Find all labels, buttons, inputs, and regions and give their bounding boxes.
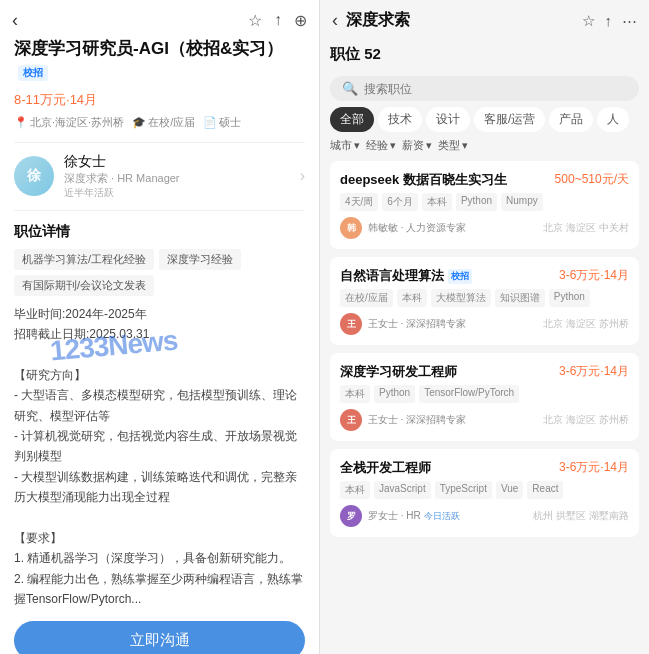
job-card-3[interactable]: 深度学习研发工程师 3-6万元·14月 本科 Python TensorFlow… — [330, 353, 639, 441]
right-back-button[interactable]: ‹ — [332, 10, 338, 31]
share-icon[interactable]: ↑ — [274, 11, 282, 30]
city-dropdown[interactable]: 城市 ▾ — [330, 138, 360, 153]
job-card-2[interactable]: 自然语言处理算法 校招 3-6万元·14月 在校/应届 本科 大模型算法 知识图… — [330, 257, 639, 345]
job-3-tags: 本科 Python TensorFlow/PyTorch — [340, 385, 629, 403]
tab-product[interactable]: 产品 — [549, 107, 593, 132]
recruiter-info-3: 王女士 · 深深招聘专家 北京 海淀区 苏州桥 — [368, 413, 629, 427]
hr-title: 深度求索 · HR Manager — [64, 171, 290, 186]
left-content: 深度学习研究员-AGI（校招&实习） 校招 8-11万元·14月 📍 北京·海淀… — [0, 37, 319, 654]
job-4-footer: 罗 罗女士 · HR 今日活跃 杭州 拱墅区 湖墅南路 — [340, 505, 629, 527]
school-badge: 校招 — [18, 65, 48, 81]
hr-name: 徐女士 — [64, 153, 290, 171]
job-4-tags: 本科 JavaScript TypeScript Vue React — [340, 481, 629, 499]
hr-arrow-icon: › — [300, 167, 305, 185]
right-more-icon[interactable]: ⋯ — [622, 12, 637, 30]
job-card-2-header: 自然语言处理算法 校招 3-6万元·14月 — [340, 267, 629, 285]
right-header-icons: ☆ ↑ ⋯ — [582, 12, 638, 30]
salary-dropdown[interactable]: 薪资 ▾ — [402, 138, 432, 153]
filter-dropdowns: 城市 ▾ 经验 ▾ 薪资 ▾ 类型 ▾ — [330, 138, 639, 153]
jobs-count: 职位 52 — [330, 39, 639, 70]
tag: 6个月 — [382, 193, 418, 211]
tag: TypeScript — [435, 481, 492, 499]
job-1-tags: 4天/周 6个月 本科 Python Numpy — [340, 193, 629, 211]
job-1-footer: 韩 韩敏敏 · 人力资源专家 北京 海淀区 中关村 — [340, 217, 629, 239]
education: 📄 硕士 — [203, 115, 241, 130]
tag: JavaScript — [374, 481, 431, 499]
recruiter-1-location: 北京 海淀区 中关村 — [543, 221, 629, 235]
tag: Vue — [496, 481, 523, 499]
job-card-1-header: deepseek 数据百晓生实习生 500~510元/天 — [340, 171, 629, 189]
right-content: 职位 52 🔍 全部 技术 设计 客服/运营 产品 人 城市 ▾ 经验 ▾ 薪资… — [320, 39, 649, 654]
tag: TensorFlow/PyTorch — [419, 385, 519, 403]
recruiter-4-location: 杭州 拱墅区 湖墅南路 — [533, 509, 629, 523]
location-info: 📍 北京·海淀区·苏州桥 🎓 在校/应届 📄 硕士 — [14, 115, 305, 130]
contact-button[interactable]: 立即沟通 — [14, 621, 305, 654]
job-3-footer: 王 王女士 · 深深招聘专家 北京 海淀区 苏州桥 — [340, 409, 629, 431]
tag-2: 深度学习经验 — [159, 249, 241, 270]
work-type: 🎓 在校/应届 — [132, 115, 195, 130]
recruiter-1-name: 韩敏敏 · 人力资源专家 — [368, 221, 466, 235]
job-3-name: 深度学习研发工程师 — [340, 363, 457, 381]
tab-design[interactable]: 设计 — [426, 107, 470, 132]
recruiter-avatar-4: 罗 — [340, 505, 362, 527]
back-button[interactable]: ‹ — [12, 10, 18, 31]
job-detail-text: 毕业时间:2024年-2025年 招聘截止日期:2025.03.31 【研究方向… — [14, 304, 305, 610]
job-card-4-header: 全栈开发工程师 3-6万元·14月 — [340, 459, 629, 477]
hr-section[interactable]: 徐 徐女士 深度求索 · HR Manager 近半年活跃 › — [14, 142, 305, 211]
right-star-icon[interactable]: ☆ — [582, 12, 595, 30]
tag-1: 机器学习算法/工程化经验 — [14, 249, 154, 270]
job-4-name: 全栈开发工程师 — [340, 459, 431, 477]
filter-tabs: 全部 技术 设计 客服/运营 产品 人 — [330, 107, 639, 132]
school-badge-2: 校招 — [448, 269, 472, 284]
header-icons: ☆ ↑ ⊕ — [248, 11, 307, 30]
left-header: ‹ ☆ ↑ ⊕ — [0, 0, 319, 37]
star-icon[interactable]: ☆ — [248, 11, 262, 30]
job-2-name: 自然语言处理算法 校招 — [340, 267, 472, 285]
today-active-badge: 今日活跃 — [424, 511, 460, 521]
tag: 在校/应届 — [340, 289, 393, 307]
search-input[interactable] — [364, 82, 627, 96]
more-icon[interactable]: ⊕ — [294, 11, 307, 30]
recruiter-info-2: 王女士 · 深深招聘专家 北京 海淀区 苏州桥 — [368, 317, 629, 331]
right-panel-title: 深度求索 — [346, 10, 574, 31]
tag: 本科 — [422, 193, 452, 211]
right-share-icon[interactable]: ↑ — [605, 12, 613, 30]
recruiter-info-1: 韩敏敏 · 人力资源专家 北京 海淀区 中关村 — [368, 221, 629, 235]
left-panel: ‹ ☆ ↑ ⊕ 深度学习研究员-AGI（校招&实习） 校招 8-11万元·14月… — [0, 0, 320, 654]
recruiter-info-4: 罗女士 · HR 今日活跃 杭州 拱墅区 湖墅南路 — [368, 509, 629, 523]
right-panel: ‹ 深度求索 ☆ ↑ ⋯ 职位 52 🔍 全部 技术 设计 客服/运营 产品 人… — [320, 0, 649, 654]
recruiter-avatar-1: 韩 — [340, 217, 362, 239]
search-icon: 🔍 — [342, 81, 358, 96]
search-bar[interactable]: 🔍 — [330, 76, 639, 101]
tab-all[interactable]: 全部 — [330, 107, 374, 132]
skill-tags: 机器学习算法/工程化经验 深度学习经验 有国际期刊/会议论文发表 — [14, 249, 305, 296]
hr-info: 徐女士 深度求索 · HR Manager 近半年活跃 — [64, 153, 290, 200]
recruiter-avatar-2: 王 — [340, 313, 362, 335]
job-card-1[interactable]: deepseek 数据百晓生实习生 500~510元/天 4天/周 6个月 本科… — [330, 161, 639, 249]
tag: 大模型算法 — [431, 289, 491, 307]
tag: React — [527, 481, 563, 499]
recruiter-avatar-3: 王 — [340, 409, 362, 431]
recruiter-3-location: 北京 海淀区 苏州桥 — [543, 413, 629, 427]
tag: Numpy — [501, 193, 543, 211]
tag: 本科 — [340, 481, 370, 499]
tab-ops[interactable]: 客服/运营 — [474, 107, 545, 132]
job-2-salary: 3-6万元·14月 — [559, 267, 629, 284]
exp-dropdown[interactable]: 经验 ▾ — [366, 138, 396, 153]
type-dropdown[interactable]: 类型 ▾ — [438, 138, 468, 153]
tab-more[interactable]: 人 — [597, 107, 629, 132]
recruiter-4-name: 罗女士 · HR 今日活跃 — [368, 509, 460, 523]
hr-activity: 近半年活跃 — [64, 186, 290, 200]
tag: 知识图谱 — [495, 289, 545, 307]
hr-avatar: 徐 — [14, 156, 54, 196]
recruiter-2-name: 王女士 · 深深招聘专家 — [368, 317, 466, 331]
salary-info: 8-11万元·14月 — [14, 91, 305, 109]
tag: 4天/周 — [340, 193, 378, 211]
job-card-4[interactable]: 全栈开发工程师 3-6万元·14月 本科 JavaScript TypeScri… — [330, 449, 639, 537]
job-title: 深度学习研究员-AGI（校招&实习） 校招 — [14, 37, 305, 85]
tab-tech[interactable]: 技术 — [378, 107, 422, 132]
location-text: 📍 北京·海淀区·苏州桥 — [14, 115, 124, 130]
job-card-3-header: 深度学习研发工程师 3-6万元·14月 — [340, 363, 629, 381]
tag: Python — [456, 193, 497, 211]
tag: 本科 — [397, 289, 427, 307]
